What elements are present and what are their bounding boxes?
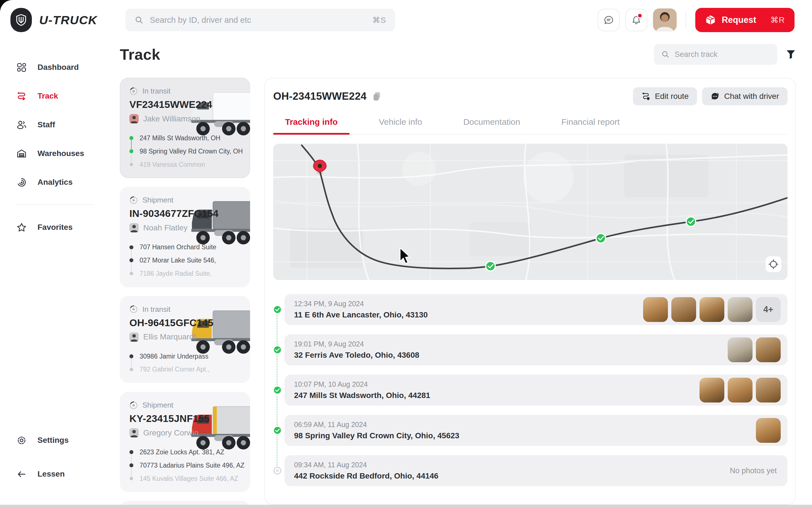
gear-icon — [16, 435, 27, 446]
search-icon — [661, 50, 670, 59]
global-search-input[interactable] — [150, 15, 366, 25]
detail-shipment-id: OH-23415WWE224 — [273, 91, 366, 102]
timeline-stop: 09:34 AM, 11 Aug 2024 442 Rockside Rd Be… — [285, 455, 788, 486]
stop-address: 442 Rockside Rd Bedford, Ohio, 44146 — [294, 471, 439, 481]
chat-with-driver-button[interactable]: Chat with driver — [702, 87, 788, 105]
status-ring-icon — [130, 401, 138, 409]
driver-avatar — [130, 223, 139, 232]
shipment-detail-panel: OH-23415WWE224 — [264, 78, 796, 505]
sidebar-item-label: Favorites — [38, 223, 73, 232]
sidebar-item-label: Staff — [38, 120, 55, 129]
photo-thumbnail[interactable] — [728, 297, 753, 322]
stop-address: 11 E 6th Ave Lancaster, Ohio, 43130 — [294, 311, 428, 320]
notification-dot — [637, 13, 643, 18]
global-search[interactable]: ⌘S — [125, 9, 395, 31]
package-icon — [705, 14, 716, 25]
sidebar-item-settings[interactable]: Settings — [0, 426, 109, 455]
sidebar-item-dashboard[interactable]: Dashboard — [0, 53, 109, 82]
shipment-status: In transit — [142, 305, 170, 314]
filter-button[interactable] — [786, 49, 796, 60]
desktop-edge — [0, 505, 812, 507]
tracking-timeline: 12:34 PM, 9 Aug 2024 11 E 6th Ave Lancas… — [273, 294, 788, 493]
photo-thumbnail[interactable] — [756, 418, 781, 443]
tab-vehicle-info[interactable]: Vehicle info — [367, 117, 434, 134]
status-ring-icon — [130, 87, 138, 96]
brand-logo — [10, 8, 32, 32]
stop-photos — [728, 337, 781, 362]
photo-thumbnail[interactable] — [643, 297, 668, 322]
sidebar-item-label: Warehouses — [38, 149, 84, 158]
driver-name: Gregory Corwin — [143, 429, 199, 438]
photo-thumbnail[interactable] — [756, 378, 781, 402]
photo-thumbnail[interactable] — [671, 297, 696, 322]
shipment-status: Shipment — [142, 196, 173, 205]
people-icon — [16, 120, 27, 130]
track-search-input[interactable] — [675, 50, 770, 59]
shipment-card[interactable]: In transit VF23415WWE224 Jake Williamson — [120, 78, 250, 178]
tab-financial-report[interactable]: Financial report — [550, 117, 631, 134]
driver-name: Ellis Marquardt — [143, 332, 196, 341]
tab-documentation[interactable]: Documentation — [451, 117, 532, 134]
check-marker-icon — [273, 386, 282, 395]
shipment-card[interactable]: Shipment KY-23415JNF155 Gregory Corwin 2… — [120, 392, 250, 492]
locate-button[interactable] — [765, 256, 781, 272]
stop-photos: 4+ — [643, 297, 781, 322]
checkpoint-marker — [686, 217, 696, 226]
shipment-card[interactable]: Shipment IN-9034677ZFG154 Noah Flatley 7… — [120, 187, 250, 287]
photo-thumbnail[interactable] — [756, 337, 781, 362]
photo-thumbnail[interactable] — [700, 297, 724, 322]
copy-id-button[interactable] — [373, 92, 381, 101]
shipment-card[interactable]: In transit IN-51678URE401 Jake Williamso… — [120, 501, 250, 505]
stop-address: 419 Vanessa Common — [140, 161, 241, 169]
shipment-card[interactable]: In transit OH-96415GFC145 Ellis Marquard… — [120, 296, 250, 383]
sidebar-collapse-label: Lessen — [38, 469, 65, 478]
warehouse-icon — [16, 149, 27, 159]
stop-address: 145 Kuvalis Villages Suite 466, AZ — [140, 474, 241, 483]
photo-thumbnail[interactable] — [728, 337, 753, 362]
dashboard-icon — [16, 62, 27, 73]
sidebar-item-track[interactable]: Track — [0, 82, 109, 110]
sidebar-item-analytics[interactable]: Analytics — [0, 168, 109, 196]
status-ring-icon — [130, 196, 138, 205]
status-ring-icon — [130, 305, 138, 314]
page-title: Track — [120, 46, 160, 63]
stop-time: 12:34 PM, 9 Aug 2024 — [294, 300, 428, 308]
app-window: U-TRUCK ⌘S — [0, 0, 812, 505]
driver-avatar — [130, 114, 139, 123]
sidebar-divider — [16, 205, 94, 205]
messages-button[interactable] — [598, 9, 620, 31]
user-avatar[interactable] — [653, 8, 677, 32]
stop-address: 792 Gabriel Corner Apt., — [140, 365, 241, 374]
chat-icon — [711, 92, 719, 101]
chat-with-driver-label: Chat with driver — [724, 92, 779, 101]
more-photos-badge[interactable]: 4+ — [756, 297, 781, 322]
request-label: Request — [722, 15, 756, 25]
stop-address: 98 Spring Valley Rd Crown City, OH — [140, 147, 241, 156]
checkpoint-marker — [596, 233, 606, 243]
photo-thumbnail[interactable] — [700, 378, 724, 402]
sidebar: Dashboard Track Staff — [0, 40, 109, 505]
stop-address: 70773 Ladarius Plains Suite 496, AZ — [140, 461, 241, 469]
no-photos-label: No photos yet — [730, 466, 777, 475]
sidebar-item-favorites[interactable]: Favorites — [0, 213, 109, 242]
photo-thumbnail[interactable] — [728, 378, 753, 402]
shipment-id: IN-9034677ZFG154 — [130, 208, 241, 219]
sidebar-item-label: Analytics — [38, 178, 73, 187]
sidebar-item-warehouses[interactable]: Warehouses — [0, 139, 109, 168]
request-button[interactable]: Request ⌘R — [695, 8, 795, 32]
route-map[interactable] — [273, 144, 788, 280]
tab-tracking-info[interactable]: Tracking info — [273, 117, 350, 134]
edit-route-label: Edit route — [655, 92, 689, 101]
check-marker-icon — [273, 305, 282, 314]
stop-photos — [756, 418, 781, 443]
track-search[interactable] — [654, 44, 777, 65]
stop-address: 247 Mills St Wadsworth, Ohio, 44281 — [294, 391, 430, 400]
edit-route-icon — [642, 92, 651, 101]
sidebar-collapse[interactable]: Lessen — [0, 460, 109, 489]
stop-time: 10:07 PM, 10 Aug 2024 — [294, 380, 430, 388]
sidebar-item-staff[interactable]: Staff — [0, 110, 109, 139]
edit-route-button[interactable]: Edit route — [633, 87, 697, 105]
shipment-id: OH-96415GFC145 — [130, 317, 241, 328]
copy-icon — [373, 92, 381, 101]
notifications-button[interactable] — [625, 9, 647, 31]
